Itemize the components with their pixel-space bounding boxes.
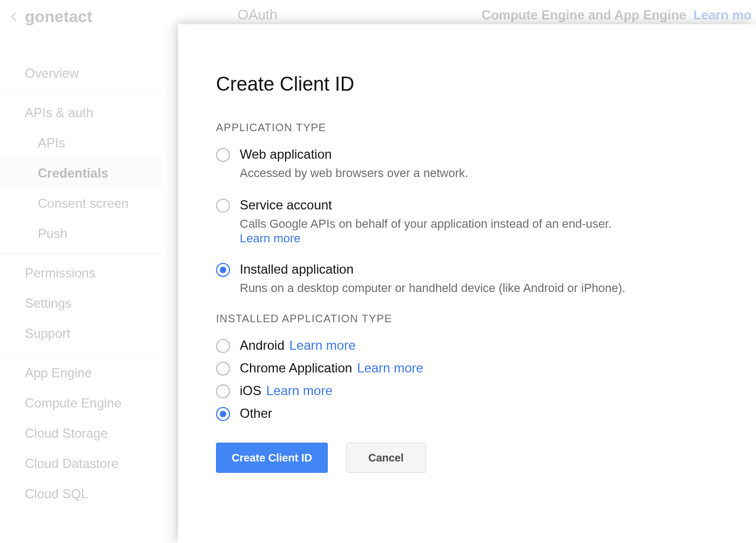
option-desc: Calls Google APIs on behalf of your appl… <box>240 216 734 232</box>
sidebar-permissions: Permissions <box>0 258 162 288</box>
option-title: Service account <box>240 198 734 213</box>
sidebar-app-engine: App Engine <box>0 358 162 388</box>
sidebar-consent-screen: Consent screen <box>0 188 162 219</box>
cancel-button[interactable]: Cancel <box>346 443 426 473</box>
divider <box>0 253 162 254</box>
sidebar-cloud-datastore: Cloud Datastore <box>0 449 162 479</box>
learn-more-link[interactable]: Learn more <box>240 232 301 245</box>
dialog-buttons: Create Client ID Cancel <box>216 443 756 473</box>
installed-type-other[interactable]: Other <box>216 406 756 421</box>
sidebar-overview: Overview <box>0 58 162 89</box>
sidebar-support: Support <box>0 318 162 349</box>
installed-application-type-label: INSTALLED APPLICATION TYPE <box>216 313 756 325</box>
divider <box>0 93 162 93</box>
sidebar-push: Push <box>0 219 162 249</box>
sidebar-credentials: Credentials <box>0 158 162 188</box>
dialog-title: Create Client ID <box>216 73 756 96</box>
option-title: Other <box>240 406 272 420</box>
learn-more-link[interactable]: Learn more <box>357 361 423 375</box>
project-name: gonetact <box>25 8 92 26</box>
radio-icon[interactable] <box>216 362 230 376</box>
option-title: Android <box>240 338 285 352</box>
radio-icon[interactable] <box>216 407 230 421</box>
learn-more-link[interactable]: Learn more <box>266 383 333 398</box>
radio-icon[interactable] <box>216 384 230 398</box>
top-right-text: Compute Engine and App Engine Learn mo <box>482 8 752 23</box>
sidebar-apis-auth: APIs & auth <box>0 98 162 128</box>
option-desc: Runs on a desktop computer or handheld d… <box>240 280 734 296</box>
option-title: Web application <box>240 147 734 162</box>
option-title: iOS <box>240 383 261 398</box>
learn-more-link[interactable]: Learn more <box>289 338 356 352</box>
option-installed-application[interactable]: Installed application Runs on a desktop … <box>216 262 756 296</box>
option-desc: Accessed by web browsers over a network. <box>240 165 734 181</box>
sidebar-apis: APIs <box>0 128 162 158</box>
sidebar: Overview APIs & auth APIs Credentials Co… <box>0 31 162 509</box>
radio-icon[interactable] <box>216 339 230 353</box>
learn-more-top-link: Learn mo <box>693 8 752 22</box>
sidebar-settings: Settings <box>0 288 162 318</box>
application-type-label: APPLICATION TYPE <box>216 121 756 134</box>
option-title: Installed application <box>240 262 734 277</box>
radio-icon[interactable] <box>216 199 230 213</box>
radio-icon[interactable] <box>216 148 230 162</box>
back-chevron-icon <box>11 12 20 22</box>
radio-icon[interactable] <box>216 263 230 277</box>
divider <box>0 353 162 354</box>
oauth-heading: OAuth <box>238 6 278 23</box>
create-client-id-dialog: Create Client ID APPLICATION TYPE Web ap… <box>178 24 756 543</box>
installed-type-chrome-application[interactable]: Chrome Application Learn more <box>216 361 756 376</box>
sidebar-compute-engine: Compute Engine <box>0 388 162 418</box>
option-web-application[interactable]: Web application Accessed by web browsers… <box>216 147 756 181</box>
installed-type-android[interactable]: Android Learn more <box>216 338 756 353</box>
create-client-id-button[interactable]: Create Client ID <box>216 443 328 473</box>
installed-type-ios[interactable]: iOS Learn more <box>216 383 756 398</box>
compute-engine-text: Compute Engine and App Engine <box>482 8 686 22</box>
sidebar-cloud-storage: Cloud Storage <box>0 418 162 449</box>
option-title: Chrome Application <box>240 361 352 375</box>
sidebar-cloud-sql: Cloud SQL <box>0 479 162 509</box>
option-service-account[interactable]: Service account Calls Google APIs on beh… <box>216 198 756 246</box>
